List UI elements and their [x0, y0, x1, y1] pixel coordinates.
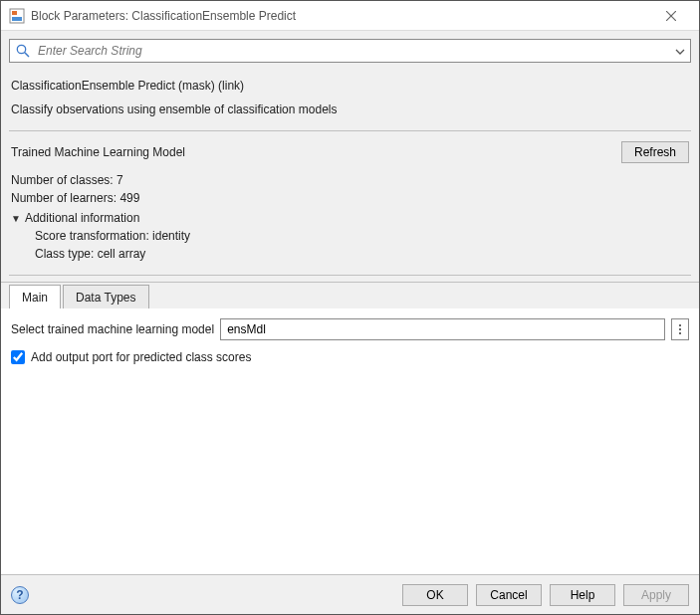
cancel-button[interactable]: Cancel: [476, 584, 542, 606]
model-info-section: Trained Machine Learning Model Refresh N…: [9, 141, 691, 276]
tab-datatypes[interactable]: Data Types: [63, 285, 148, 308]
output-port-checkbox-label: Add output port for predicted class scor…: [31, 350, 251, 364]
search-input[interactable]: [9, 39, 691, 63]
tab-datatypes-label: Data Types: [76, 291, 135, 305]
app-icon: [9, 8, 25, 24]
num-learners-label: Number of learners: 499: [11, 191, 689, 205]
tabstrip: Main Data Types: [1, 283, 699, 308]
tabs-container: Main Data Types Select trained machine l…: [1, 282, 699, 574]
chevron-down-icon[interactable]: [675, 46, 685, 60]
ok-button[interactable]: OK: [402, 584, 468, 606]
titlebar: Block Parameters: ClassificationEnsemble…: [1, 1, 699, 31]
score-transformation-label: Score transformation: identity: [35, 229, 689, 243]
help-button[interactable]: Help: [550, 584, 615, 606]
search-bar: [9, 39, 691, 63]
output-port-checkbox-row: Add output port for predicted class scor…: [11, 350, 689, 364]
help-icon-button[interactable]: ?: [11, 586, 29, 604]
svg-rect-2: [12, 17, 22, 21]
tab-main[interactable]: Main: [9, 285, 61, 308]
select-model-input[interactable]: [220, 318, 665, 340]
dialog-footer: ? OK Cancel Help Apply: [1, 574, 699, 614]
search-icon: [15, 43, 31, 59]
close-icon: [666, 11, 676, 21]
ellipsis-icon: [679, 324, 681, 326]
class-type-label: Class type: cell array: [35, 247, 689, 261]
mask-description: Classify observations using ensemble of …: [11, 102, 689, 116]
apply-button[interactable]: Apply: [623, 584, 689, 606]
browse-model-button[interactable]: [671, 318, 689, 340]
output-port-checkbox[interactable]: [11, 350, 25, 364]
body: ClassificationEnsemble Predict (mask) (l…: [1, 31, 699, 574]
tab-main-content: Select trained machine learning model Ad…: [1, 308, 699, 574]
mask-title: ClassificationEnsemble Predict (mask) (l…: [11, 79, 689, 93]
svg-line-6: [25, 53, 29, 57]
additional-info-label: Additional information: [25, 211, 139, 225]
svg-rect-1: [12, 11, 17, 15]
mask-info-section: ClassificationEnsemble Predict (mask) (l…: [9, 79, 691, 131]
question-mark-icon: ?: [16, 588, 23, 602]
refresh-button[interactable]: Refresh: [621, 141, 689, 163]
triangle-down-icon: ▼: [11, 213, 21, 224]
select-model-row: Select trained machine learning model: [11, 318, 689, 340]
svg-point-5: [17, 45, 25, 53]
additional-info-expander[interactable]: ▼ Additional information: [11, 211, 689, 225]
close-button[interactable]: [651, 2, 691, 30]
dialog-window: Block Parameters: ClassificationEnsemble…: [0, 0, 700, 615]
model-section-title: Trained Machine Learning Model: [11, 145, 621, 159]
window-title: Block Parameters: ClassificationEnsemble…: [31, 9, 651, 23]
tab-main-label: Main: [22, 291, 48, 305]
select-model-label: Select trained machine learning model: [11, 322, 214, 336]
num-classes-label: Number of classes: 7: [11, 173, 689, 187]
